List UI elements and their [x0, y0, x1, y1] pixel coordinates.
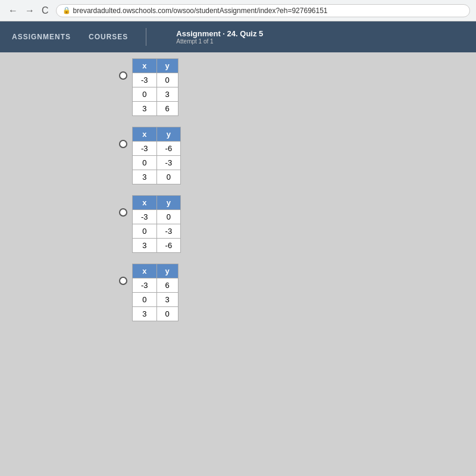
cell-x: -3 — [133, 210, 157, 224]
table-0: xy-300336 — [132, 58, 178, 116]
radio-option-3[interactable] — [119, 277, 127, 285]
cell-y: 0 — [156, 170, 181, 184]
assignment-info: Assignment · 24. Quiz 5 Attempt 1 of 1 — [176, 29, 263, 45]
option-row-1: xy-3-60-330 — [119, 127, 357, 184]
address-bar[interactable]: 🔒 brevardadulted.owschools.com/owsoo/stu… — [56, 4, 470, 17]
col-header-y: y — [156, 127, 181, 142]
cell-y: -3 — [156, 156, 181, 170]
option-row-3: xy-360330 — [119, 264, 357, 321]
col-header-y: y — [156, 196, 181, 210]
refresh-button[interactable]: C — [39, 4, 51, 17]
courses-nav-link[interactable]: COURSES — [89, 30, 128, 44]
table-2: xy-300-33-6 — [132, 195, 181, 253]
col-header-y: y — [156, 59, 178, 73]
radio-option-2[interactable] — [119, 208, 127, 217]
forward-button[interactable]: → — [23, 4, 37, 17]
cell-x: -3 — [133, 278, 157, 293]
cell-x: 3 — [133, 307, 157, 321]
cell-y: -6 — [156, 239, 181, 253]
table-row: 30 — [133, 307, 178, 321]
table-row: 36 — [133, 102, 178, 116]
table-row: 0-3 — [133, 224, 181, 239]
table-3: xy-360330 — [132, 264, 178, 321]
table-row: -3-6 — [133, 142, 181, 156]
cell-x: 0 — [133, 87, 157, 102]
cell-y: -3 — [156, 224, 181, 239]
table-row: 3-6 — [133, 239, 181, 253]
col-header-x: x — [133, 127, 157, 142]
cell-x: -3 — [133, 142, 157, 156]
cell-y: 0 — [156, 307, 178, 321]
main-content: xy-300336xy-3-60-330xy-300-33-6xy-360330 — [0, 52, 476, 476]
col-header-x: x — [133, 264, 157, 278]
lock-icon: 🔒 — [62, 7, 71, 14]
cell-y: 3 — [156, 293, 178, 307]
col-header-x: x — [133, 196, 157, 210]
cell-y: 0 — [156, 210, 181, 224]
option-row-0: xy-300336 — [119, 58, 357, 116]
cell-y: 0 — [156, 73, 178, 87]
nav-buttons: ← → C — [6, 4, 51, 17]
cell-x: 3 — [133, 239, 157, 253]
url-text: brevardadulted.owschools.com/owsoo/stude… — [73, 7, 328, 15]
cell-x: 0 — [133, 293, 157, 307]
assignments-nav-link[interactable]: ASSIGNMENTS — [12, 30, 71, 44]
radio-option-0[interactable] — [119, 71, 127, 80]
nav-divider — [146, 28, 146, 46]
assignment-attempt: Attempt 1 of 1 — [176, 38, 263, 45]
table-row: 03 — [133, 87, 178, 102]
table-row: 30 — [133, 170, 181, 184]
table-row: -30 — [133, 210, 181, 224]
cell-x: 0 — [133, 224, 157, 239]
cell-y: 6 — [156, 102, 178, 116]
cell-y: 6 — [156, 278, 178, 293]
option-row-2: xy-300-33-6 — [119, 195, 357, 253]
browser-chrome: ← → C 🔒 brevardadulted.owschools.com/ows… — [0, 0, 476, 21]
cell-y: -6 — [156, 142, 181, 156]
radio-option-1[interactable] — [119, 140, 127, 148]
cell-x: 3 — [133, 102, 157, 116]
cell-y: 3 — [156, 87, 178, 102]
cell-x: -3 — [133, 73, 157, 87]
table-row: -30 — [133, 73, 178, 87]
top-nav: ASSIGNMENTS COURSES Assignment · 24. Qui… — [0, 21, 476, 52]
cell-x: 3 — [133, 170, 157, 184]
table-row: -36 — [133, 278, 178, 293]
col-header-y: y — [156, 264, 178, 278]
table-row: 0-3 — [133, 156, 181, 170]
col-header-x: x — [133, 59, 157, 73]
cell-x: 0 — [133, 156, 157, 170]
back-button[interactable]: ← — [6, 4, 20, 17]
table-row: 03 — [133, 293, 178, 307]
assignment-title: Assignment · 24. Quiz 5 — [176, 29, 263, 38]
top-nav-links: ASSIGNMENTS COURSES Assignment · 24. Qui… — [12, 28, 263, 46]
table-1: xy-3-60-330 — [132, 127, 181, 184]
